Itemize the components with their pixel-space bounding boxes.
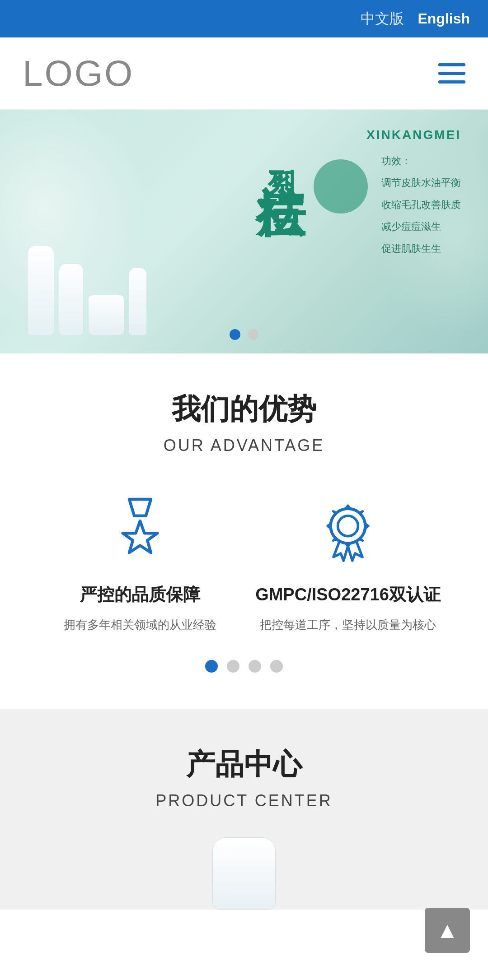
- hero-brand-name: XINKANGMEI: [366, 128, 461, 142]
- advantage-dot-3[interactable]: [249, 660, 261, 673]
- chinese-lang-link[interactable]: 中文版: [361, 9, 404, 29]
- effect-line-4: 促进肌肤生生: [381, 238, 461, 260]
- hamburger-line-3: [438, 80, 465, 84]
- advantage-item-1-title: 严控的品质保障: [80, 583, 200, 606]
- advantage-item-1-desc: 拥有多年相关领域的从业经验: [64, 617, 216, 633]
- product-title-zh: 产品中心: [18, 745, 470, 784]
- svg-marker-0: [123, 521, 158, 553]
- logo: LOGO: [23, 53, 134, 94]
- hero-dot-2[interactable]: [248, 329, 258, 340]
- back-to-top-button[interactable]: ▲: [425, 908, 470, 910]
- advantage-item-2: GMPC/ISO22716双认证 把控每道工序，坚持以质量为核心: [254, 491, 441, 633]
- advantage-section: 我们的优势 OUR ADVANTAGE 严控的品质保障 拥有多年相关领域的从业经…: [0, 353, 488, 709]
- effect-line-1: 调节皮肤水油平衡: [381, 172, 461, 194]
- effect-line-2: 收缩毛孔改善肤质: [381, 194, 461, 216]
- advantage-dot-4[interactable]: [270, 660, 283, 673]
- hamburger-menu[interactable]: [438, 63, 465, 84]
- hamburger-line-2: [438, 72, 465, 75]
- product-preview: [18, 837, 470, 910]
- advantage-icons: 严控的品质保障 拥有多年相关领域的从业经验: [18, 491, 470, 633]
- hero-dot-1[interactable]: [230, 329, 240, 340]
- product-bottle-3: [88, 295, 124, 335]
- hero-effects: 功效： 调节皮肤水油平衡 收缩毛孔改善肤质 减少痘痘滋生 促进肌肤生生: [381, 150, 461, 260]
- hero-banner: XINKANGMEI 祛痘 系列 功效： 调节皮肤水油平衡 收缩毛孔改善肤质 减…: [0, 110, 488, 353]
- product-bottle-1: [27, 245, 54, 335]
- medal-icon: [99, 491, 181, 572]
- product-center-section: 产品中心 PRODUCT CENTER: [0, 709, 488, 910]
- language-bar: 中文版 English: [0, 0, 488, 37]
- advantage-title-en: OUR ADVANTAGE: [18, 436, 470, 455]
- effect-label: 功效：: [381, 150, 461, 172]
- hero-products: [27, 245, 147, 335]
- header: LOGO: [0, 37, 488, 110]
- advantage-title-zh: 我们的优势: [18, 390, 470, 429]
- product-title-en: PRODUCT CENTER: [18, 791, 470, 810]
- hero-dots: [230, 329, 258, 340]
- product-bottle-2: [59, 263, 84, 335]
- advantage-item-2-desc: 把控每道工序，坚持以质量为核心: [260, 617, 436, 633]
- advantage-dot-2[interactable]: [227, 660, 239, 673]
- hamburger-line-1: [438, 63, 465, 66]
- product-bottle-preview: [212, 837, 276, 910]
- product-bottle-4: [129, 268, 147, 335]
- advantage-item-1: 严控的品质保障 拥有多年相关领域的从业经验: [47, 491, 234, 633]
- advantage-dot-1[interactable]: [205, 660, 218, 673]
- advantage-item-2-title: GMPC/ISO22716双认证: [255, 583, 441, 606]
- effect-line-3: 减少痘痘滋生: [381, 216, 461, 237]
- certificate-icon: [307, 491, 389, 572]
- svg-point-2: [338, 516, 358, 536]
- english-lang-link[interactable]: English: [418, 10, 470, 27]
- advantage-dots: [18, 660, 470, 673]
